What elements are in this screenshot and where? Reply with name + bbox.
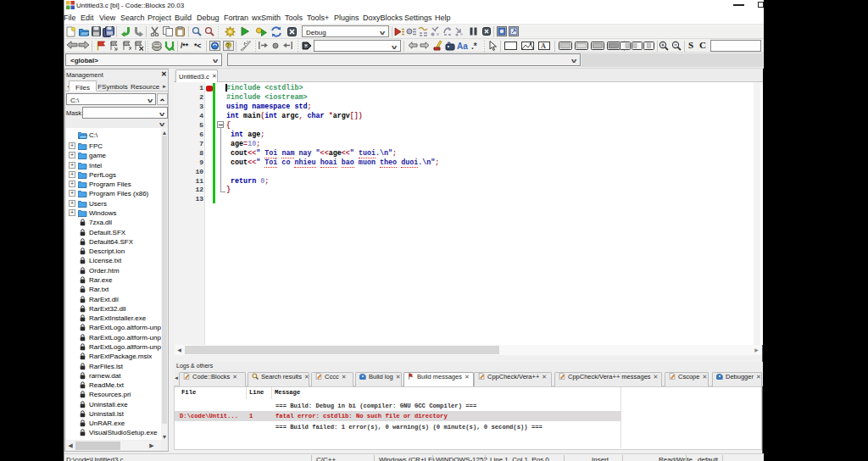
svg-text:Aa: Aa <box>457 42 468 51</box>
svg-text:.*: .* <box>471 42 477 51</box>
svg-text:?: ? <box>226 42 230 48</box>
svg-text:A: A <box>541 42 546 50</box>
